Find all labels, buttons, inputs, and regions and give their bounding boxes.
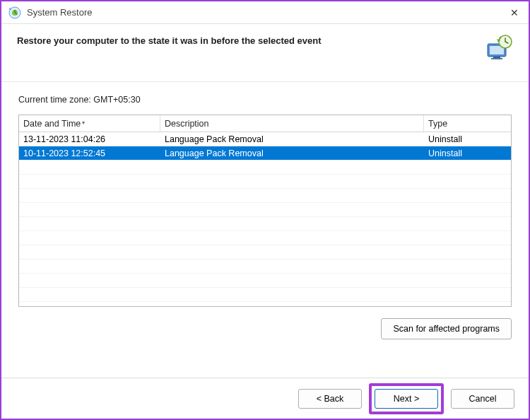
svg-rect-4 (493, 57, 500, 58)
table-row[interactable] (19, 231, 511, 245)
table-row[interactable] (19, 161, 511, 175)
next-button-highlight: Next > (369, 383, 444, 414)
table-row[interactable] (19, 288, 511, 302)
table-header-row: Date and Time ▾ Description Type (19, 115, 511, 132)
scan-affected-programs-button[interactable]: Scan for affected programs (381, 318, 512, 339)
sort-descending-icon: ▾ (82, 119, 85, 126)
table-row[interactable] (19, 175, 511, 189)
table-row[interactable] (19, 245, 511, 259)
scan-button-row: Scan for affected programs (18, 318, 512, 339)
table-row[interactable] (19, 259, 511, 274)
cell-type: Uninstall (424, 147, 511, 160)
svg-rect-5 (491, 58, 502, 59)
column-header-description-label: Description (165, 119, 209, 129)
table-row[interactable]: 13-11-2023 11:04:26Language Pack Removal… (19, 132, 511, 146)
table-row[interactable] (19, 189, 511, 203)
header-instruction: Restore your computer to the state it wa… (17, 34, 485, 46)
close-icon: ✕ (510, 7, 519, 18)
system-restore-icon (8, 6, 21, 19)
close-button[interactable]: ✕ (500, 1, 529, 24)
table-row[interactable] (19, 203, 511, 217)
cell-type: Uninstall (424, 133, 511, 146)
table-body: 13-11-2023 11:04:26Language Pack Removal… (19, 132, 511, 306)
table-row[interactable] (19, 274, 511, 288)
column-header-type-label: Type (428, 119, 447, 129)
window-title: System Restore (27, 7, 500, 18)
column-header-description[interactable]: Description (160, 115, 424, 132)
table-row[interactable]: 10-11-2023 12:52:45Language Pack Removal… (19, 146, 511, 161)
timezone-label: Current time zone: GMT+05:30 (18, 95, 512, 105)
titlebar: System Restore ✕ (1, 1, 529, 24)
column-header-date-label: Date and Time (23, 119, 81, 129)
column-header-date[interactable]: Date and Time ▾ (19, 115, 160, 132)
cell-description: Language Pack Removal (160, 133, 424, 146)
wizard-header: Restore your computer to the state it wa… (1, 24, 529, 82)
restore-points-table: Date and Time ▾ Description Type 13-11-2… (18, 115, 512, 307)
column-header-type[interactable]: Type (424, 115, 511, 132)
content-area: Current time zone: GMT+05:30 Date and Ti… (1, 82, 529, 348)
wizard-footer: < Back Next > Cancel (1, 378, 529, 419)
cell-date: 13-11-2023 11:04:26 (19, 133, 160, 146)
next-button[interactable]: Next > (375, 389, 438, 409)
back-button[interactable]: < Back (298, 389, 362, 409)
table-row[interactable] (19, 217, 511, 231)
cell-date: 10-11-2023 12:52:45 (19, 147, 160, 160)
cancel-button[interactable]: Cancel (451, 389, 514, 409)
cell-description: Language Pack Removal (160, 147, 424, 160)
restore-header-icon (485, 34, 513, 62)
